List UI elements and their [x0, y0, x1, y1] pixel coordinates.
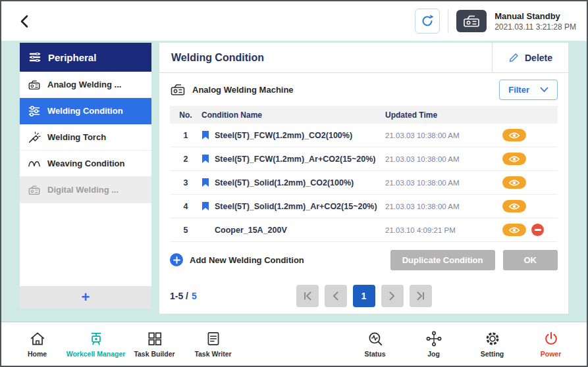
nav-label: Power: [541, 350, 562, 358]
table-row[interactable]: 1 Steel(5T)_FCW(1.2mm)_CO2(100%) 21.03.0…: [170, 124, 558, 147]
column-updated: Updated Time: [385, 110, 502, 120]
updated-time: 21.03.03 10:38:00 AM: [385, 179, 502, 187]
nav-label: Status: [364, 350, 385, 358]
status-icon: [367, 330, 384, 347]
weave-icon: [28, 157, 41, 170]
page-1-button[interactable]: 1: [353, 285, 375, 307]
nav-label: Task Writer: [194, 350, 231, 358]
nav-group-right: Status Jog Setting Power: [346, 330, 580, 358]
nav-workcell-manager[interactable]: Workcell Manager: [67, 330, 125, 358]
sidebar-item-label: Analog Welding ...: [47, 80, 121, 89]
nav-power[interactable]: Power: [521, 330, 580, 358]
ok-button[interactable]: OK: [503, 250, 558, 270]
page-range-label: 1-5 /: [170, 291, 188, 301]
welding-machine-icon: [28, 78, 41, 91]
view-badge[interactable]: [502, 153, 526, 165]
back-button[interactable]: [12, 8, 38, 34]
chevron-left-icon: [17, 13, 33, 29]
add-new-label: Add New Welding Condition: [190, 255, 304, 265]
machine-label: Analog Welding Machine: [192, 85, 294, 95]
table-row[interactable]: 4 Steel(5T)_Solid(1.2mm)_Ar+CO2(15~20%) …: [170, 195, 558, 218]
sidebar-item-digital-welding[interactable]: Digital Welding ...: [20, 177, 151, 203]
power-icon: [543, 330, 560, 347]
filter-label: Filter: [508, 85, 529, 95]
nav-label: Task Builder: [134, 350, 174, 358]
sidebar-item-label: Weaving Condition: [47, 159, 124, 168]
bookmark-icon: [201, 154, 209, 164]
page-total: 5: [192, 291, 197, 301]
row-number: 4: [170, 202, 201, 211]
torch-icon: [28, 131, 41, 144]
condition-name: Steel(5T)_Solid(1.2mm)_CO2(100%): [215, 178, 354, 187]
sliders-icon: [28, 105, 41, 118]
robot-status: Manual Standby 2021.03.11 3:21:28 PM: [494, 11, 576, 32]
top-bar: Manual Standby 2021.03.11 3:21:28 PM: [1, 1, 587, 41]
last-page-button[interactable]: [410, 285, 432, 307]
topbar-divider: [448, 9, 448, 33]
next-page-button[interactable]: [381, 285, 404, 307]
row-number: 2: [170, 155, 201, 164]
table-row[interactable]: 3 Steel(5T)_Solid(1.2mm)_CO2(100%) 21.03…: [170, 171, 558, 195]
plus-circle-icon: [170, 253, 183, 266]
bookmark-icon: [201, 130, 209, 140]
page-title: Welding Condition: [159, 52, 264, 64]
delete-button[interactable]: Delete: [492, 43, 568, 72]
sidebar-header-label: Peripheral: [48, 52, 96, 63]
sidebar-item-welding-condition[interactable]: Welding Condition: [20, 98, 151, 124]
welding-machine-icon: [28, 184, 41, 197]
pagination-row: 1-5 / 5 1: [170, 278, 558, 314]
delete-label: Delete: [525, 53, 552, 63]
nav-status[interactable]: Status: [346, 330, 404, 358]
task-builder-icon: [146, 330, 163, 347]
content-area: Peripheral Analog Welding ...: [1, 41, 587, 322]
sidebar-item-weaving-condition[interactable]: Weaving Condition: [20, 151, 151, 177]
duplicate-condition-button[interactable]: Duplicate Condition: [390, 250, 495, 270]
first-page-button[interactable]: [296, 285, 319, 307]
refresh-icon: [420, 14, 435, 28]
table-row[interactable]: 2 Steel(5T)_FCW(1.2mm)_Ar+CO2(15~20%) 21…: [170, 147, 558, 171]
actions-row: Add New Welding Condition Duplicate Cond…: [170, 242, 558, 278]
peripheral-icon: [28, 51, 41, 64]
main-body: Analog Welding Machine Filter No. Condit…: [159, 73, 568, 314]
main-header: Welding Condition Delete: [159, 43, 568, 73]
view-badge[interactable]: [502, 129, 526, 141]
sidebar-empty-space: [20, 203, 151, 286]
status-timestamp: 2021.03.11 3:21:28 PM: [494, 22, 576, 32]
main-panel: Welding Condition Delete: [159, 43, 568, 314]
view-badge[interactable]: [502, 176, 526, 189]
updated-time: 21.03.03 10:38:00 AM: [385, 155, 502, 163]
prev-page-button[interactable]: [325, 285, 347, 307]
table-row[interactable]: 5 Cooper_15A_200V 21.03.10 4:09:21 PM: [170, 218, 558, 242]
nav-task-builder[interactable]: Task Builder: [125, 330, 184, 358]
remove-badge[interactable]: [531, 224, 544, 236]
refresh-button[interactable]: [415, 9, 440, 34]
status-label: Manual Standby: [494, 11, 576, 21]
view-badge[interactable]: [502, 224, 526, 236]
sidebar-header-peripheral: Peripheral: [20, 43, 151, 72]
condition-name: Steel(5T)_FCW(1.2mm)_CO2(100%): [215, 131, 352, 140]
nav-task-writer[interactable]: Task Writer: [184, 330, 242, 358]
condition-name: Steel(5T)_FCW(1.2mm)_Ar+CO2(15~20%): [215, 155, 376, 164]
updated-time: 21.03.10 4:09:21 PM: [385, 226, 502, 234]
home-icon: [29, 330, 46, 347]
nav-setting[interactable]: Setting: [463, 330, 521, 358]
gear-icon: [484, 330, 501, 347]
condition-table: No. Condition Name Updated Time 1 Steel(…: [170, 106, 558, 242]
sidebar-item-label: Digital Welding ...: [47, 185, 119, 195]
filter-button[interactable]: Filter: [499, 80, 558, 100]
sidebar-item-analog-welding[interactable]: Analog Welding ...: [20, 72, 151, 98]
nav-jog[interactable]: Jog: [404, 330, 463, 358]
sidebar: Peripheral Analog Welding ...: [20, 43, 151, 308]
view-badge[interactable]: [502, 200, 526, 212]
column-no: No.: [170, 110, 201, 120]
nav-label: Jog: [427, 350, 440, 358]
sidebar-add-button[interactable]: +: [20, 286, 151, 308]
robot-status-icon: [456, 10, 487, 32]
nav-home[interactable]: Home: [8, 330, 67, 358]
app-screen: Manual Standby 2021.03.11 3:21:28 PM Per…: [0, 0, 588, 367]
sidebar-item-welding-torch[interactable]: Welding Torch: [20, 124, 151, 151]
page-range: 1-5 / 5: [170, 291, 197, 301]
sidebar-item-label: Welding Torch: [47, 132, 106, 142]
add-new-condition-button[interactable]: Add New Welding Condition: [170, 253, 304, 266]
machine-info: Analog Welding Machine: [170, 82, 294, 97]
